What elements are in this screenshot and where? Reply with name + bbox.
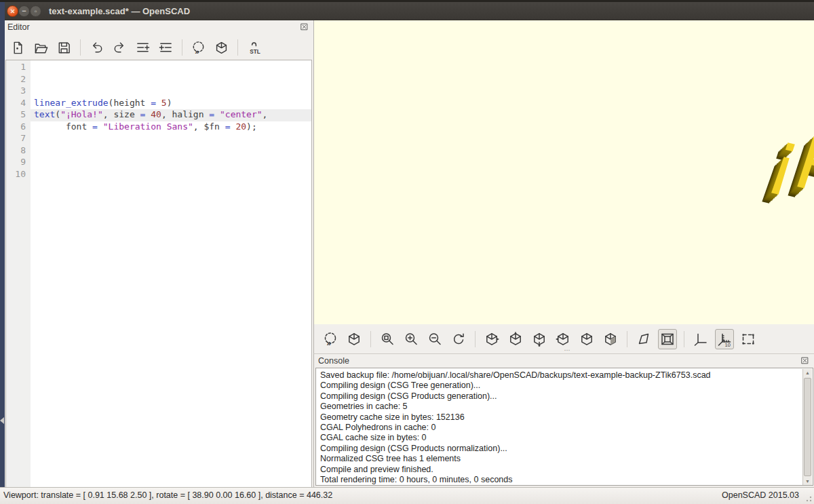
resize-grip[interactable]: [803, 493, 813, 503]
code-line[interactable]: [31, 157, 311, 169]
view-back-icon: [602, 331, 619, 347]
view-top-button[interactable]: [506, 329, 525, 349]
reset-view-button[interactable]: [449, 329, 468, 349]
console-lines: Saved backup file: /home/obijuan/.local/…: [320, 370, 800, 485]
code-line[interactable]: font = "Liberation Sans", $fn = 20);: [31, 121, 311, 134]
editor-toolbar: »STL: [9, 35, 263, 60]
view-back-button[interactable]: [601, 329, 620, 349]
toolbar-separator: [237, 39, 238, 56]
minimize-window-icon[interactable]: [18, 5, 30, 17]
code-line[interactable]: [31, 133, 311, 145]
export-stl-icon: STL: [246, 40, 262, 56]
undo-button[interactable]: [88, 38, 106, 57]
unindent-button[interactable]: [134, 38, 152, 57]
perspective-view-icon: [636, 331, 652, 347]
code-line[interactable]: [31, 62, 311, 74]
code-line[interactable]: [31, 169, 311, 181]
show-scale-markers-icon: 10: [716, 331, 733, 347]
zoom-in-button[interactable]: [402, 329, 421, 349]
console-line: Compiling design (CSG Products normaliza…: [320, 444, 800, 454]
console-line: Compile and preview finished.: [320, 465, 800, 475]
code-line[interactable]: [31, 74, 311, 86]
zoom-out-icon: [427, 331, 443, 347]
zoom-all-button[interactable]: [378, 329, 397, 349]
code-line[interactable]: text("¡Hola!", size = 40, halign = "cent…: [31, 109, 311, 121]
editor-panel: Editor »STL 12345678910 linear_extrude(h…: [5, 20, 313, 487]
version-text: OpenSCAD 2015.03: [722, 490, 799, 500]
view-left-icon: [555, 331, 571, 347]
indent-button[interactable]: [157, 38, 175, 57]
show-axes-button[interactable]: [691, 329, 710, 349]
extruded-text-model[interactable]: ¡Hola!: [702, 97, 814, 260]
render-icon: [214, 40, 229, 56]
svg-text:STL: STL: [250, 48, 260, 54]
view-right-icon: [484, 331, 500, 347]
console-close-icon[interactable]: [800, 356, 809, 365]
toolbar-separator: [182, 39, 182, 56]
background-window-edge: [0, 2, 5, 487]
view-bottom-button[interactable]: [530, 329, 549, 349]
splitter-handle[interactable]: ⋯: [564, 347, 571, 353]
console-line: Geometry cache size in bytes: 152136: [320, 412, 800, 423]
editor-close-icon[interactable]: [300, 22, 309, 31]
view-front-button[interactable]: [577, 329, 596, 349]
openscad-window: text-example.scad* — OpenSCAD Editor »ST…: [0, 0, 814, 504]
show-axes-icon: [693, 331, 709, 347]
zoom-all-icon: [379, 331, 395, 347]
line-number: 10: [6, 169, 31, 181]
toolbar-separator: [627, 331, 627, 347]
orthogonal-view-button[interactable]: [658, 329, 677, 349]
save-icon: [56, 40, 72, 56]
redo-button[interactable]: [111, 38, 129, 57]
view-bottom-icon: [531, 331, 547, 347]
line-number: 9: [6, 157, 31, 169]
svg-text:10: 10: [725, 341, 731, 347]
code-editor[interactable]: 12345678910 linear_extrude(height = 5)te…: [5, 60, 312, 487]
console-scrollbar[interactable]: ▲ ▼: [802, 369, 812, 486]
preview-button[interactable]: »: [321, 329, 340, 349]
3d-viewport[interactable]: ¡Hola!: [313, 20, 814, 324]
zoom-in-icon: [403, 331, 419, 347]
toolbar-separator: [80, 39, 81, 56]
view-left-button[interactable]: [554, 329, 573, 349]
render-button[interactable]: [345, 329, 364, 349]
console-log[interactable]: Saved backup file: /home/obijuan/.local/…: [315, 368, 813, 486]
code-line[interactable]: linear_extrude(height = 5): [31, 98, 311, 110]
open-file-button[interactable]: [32, 38, 50, 57]
zoom-out-button[interactable]: [425, 329, 444, 349]
scrollbar-thumb[interactable]: [804, 378, 811, 476]
console-line: Saved backup file: /home/obijuan/.local/…: [320, 370, 800, 381]
toolbar-separator: [475, 331, 476, 347]
preview-button[interactable]: »: [189, 38, 208, 57]
titlebar[interactable]: text-example.scad* — OpenSCAD: [0, 2, 814, 20]
export-stl-button[interactable]: STL: [245, 38, 263, 57]
perspective-view-button[interactable]: [634, 329, 653, 349]
code-line[interactable]: [31, 85, 311, 98]
open-file-icon: [33, 40, 49, 56]
viewport-status-text: Viewport: translate = [ 0.91 15.68 2.50 …: [3, 490, 332, 500]
overlay-scroll-arrow-icon[interactable]: [0, 417, 4, 424]
line-number: 2: [6, 74, 31, 86]
code-lines[interactable]: linear_extrude(height = 5)text("¡Hola!",…: [31, 60, 311, 487]
orthogonal-view-icon: [659, 331, 676, 347]
scroll-up-icon[interactable]: ▲: [803, 369, 812, 377]
render-button[interactable]: [212, 38, 231, 57]
new-file-button[interactable]: [9, 38, 27, 57]
console-line: CGAL Polyhedrons in cache: 0: [320, 423, 800, 433]
view-right-button[interactable]: [482, 329, 501, 349]
line-number: 3: [6, 85, 31, 98]
indent-icon: [158, 40, 174, 56]
save-button[interactable]: [55, 38, 73, 57]
window-top-border: [0, 0, 814, 2]
show-scale-markers-button[interactable]: 10: [715, 329, 734, 349]
view-all-icon: [740, 331, 756, 347]
close-window-icon[interactable]: [7, 5, 18, 17]
scroll-down-icon[interactable]: ▼: [803, 478, 812, 486]
console-line: Geometries in cache: 5: [320, 402, 800, 412]
code-line[interactable]: [31, 145, 311, 157]
view-top-icon: [507, 331, 524, 347]
console-line: Compiling design (CSG Products generatio…: [320, 391, 800, 402]
maximize-window-icon[interactable]: [30, 5, 41, 17]
console-line: Compiling design (CSG Tree generation)..…: [320, 381, 800, 391]
view-all-button[interactable]: [739, 329, 758, 349]
